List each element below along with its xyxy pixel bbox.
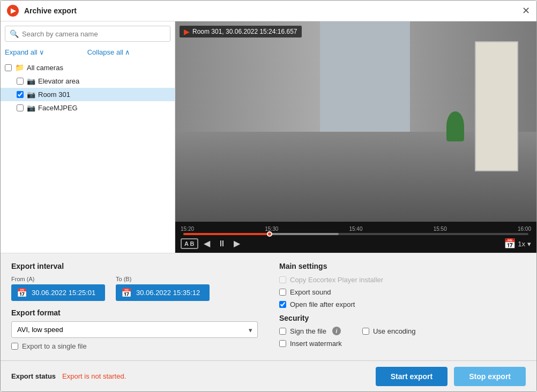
tree-item-elevator[interactable]: 📷 Elevator area (1, 74, 175, 88)
play-pause-button[interactable]: ⏸ (215, 238, 228, 249)
open-after-checkbox[interactable] (279, 301, 286, 308)
scene-plant (446, 111, 465, 141)
export-sound-row: Export sound (279, 288, 526, 296)
export-sound-label: Export sound (290, 288, 331, 296)
video-frame (175, 21, 536, 222)
camera-icon-room301: 📷 (27, 91, 35, 99)
facemjpeg-checkbox[interactable] (17, 104, 24, 111)
to-date-group: To (B) 📅 30.06.2022 15:35:12 (116, 276, 210, 301)
security-row-sign: Sign the file i Use encoding (279, 327, 526, 335)
single-file-label: Export to a single file (22, 342, 87, 350)
open-after-row: Open file after export (279, 300, 526, 308)
controls-row: A B ◀ ⏸ ▶ 📅 1x ▾ (181, 235, 531, 253)
start-export-button[interactable]: Start export (376, 367, 448, 386)
collapse-all-button[interactable]: Collapse all ∧ (87, 48, 130, 56)
collapse-all-label: Collapse all (87, 48, 123, 56)
search-input[interactable] (22, 30, 166, 38)
prev-frame-button[interactable]: ◀ (202, 238, 212, 249)
speed-control: 📅 1x ▾ (504, 238, 531, 250)
settings-left: Export interval From (A) 📅 30.06.2022 15… (11, 262, 258, 352)
speed-label: 1x (518, 240, 525, 248)
timeline-thumb[interactable] (267, 231, 272, 237)
time-label-0: 15:20 (181, 226, 194, 232)
room301-checkbox[interactable] (17, 91, 24, 98)
format-select[interactable]: AVI, low speed AVI, high speed MKV MP4 (11, 321, 258, 338)
close-button[interactable]: ✕ (522, 6, 530, 16)
use-encoding-group: Use encoding (362, 327, 416, 335)
to-calendar-icon: 📅 (121, 288, 132, 298)
export-interval-title: Export interval (11, 262, 258, 270)
calendar-icon[interactable]: 📅 (504, 238, 516, 250)
single-file-checkbox[interactable] (11, 343, 18, 350)
title-bar: ▶ Archive export ✕ (1, 1, 536, 21)
expand-all-label: Expand all (5, 48, 38, 56)
tree-item-room301[interactable]: 📷 Room 301 (1, 88, 175, 101)
timeline-buffered (270, 233, 339, 235)
sign-file-group: Sign the file i (279, 327, 341, 335)
camera-timestamp-label: Room 301, 30.06.2022 15:24:16.657 (192, 28, 297, 35)
export-status-text: Export is not started. (62, 372, 369, 380)
time-label-4: 16:00 (518, 226, 531, 232)
main-area: 🔍 Expand all ∨ Collapse all ∧ � (1, 21, 536, 253)
copy-player-row: Copy Eocortex Player installer (279, 276, 526, 284)
time-label-2: 15:40 (349, 226, 362, 232)
app-icon-symbol: ▶ (11, 7, 16, 14)
all-cameras-label: All cameras (27, 64, 63, 72)
expand-chevron-icon: ∨ (39, 48, 44, 56)
stop-export-button[interactable]: Stop export (454, 367, 526, 386)
status-bar: Export status Export is not started. Sta… (1, 360, 536, 391)
folder-icon: 📁 (15, 63, 24, 72)
elevator-label: Elevator area (38, 77, 79, 85)
security-title: Security (279, 314, 526, 322)
time-label-1: 15:30 (265, 226, 278, 232)
sign-file-info-icon[interactable]: i (332, 327, 341, 335)
copy-player-label: Copy Eocortex Player installer (290, 276, 383, 284)
from-calendar-icon: 📅 (17, 288, 27, 298)
timeline-progress (183, 233, 270, 235)
camera-icon-facemjpeg: 📷 (27, 104, 35, 112)
archive-export-window: ▶ Archive export ✕ 🔍 Expand all ∨ Collap… (0, 0, 537, 392)
bottom-area: Export interval From (A) 📅 30.06.2022 15… (1, 253, 536, 360)
video-controls: 15:20 15:30 15:40 15:50 16:00 A B ◀ ⏸ (175, 222, 536, 253)
tree-item-facemjpeg[interactable]: 📷 FaceMJPEG (1, 101, 175, 115)
watermark-label: Insert watermark (290, 340, 342, 348)
export-status-label: Export status (11, 372, 56, 380)
from-date-value: 30.06.2022 15:25:01 (32, 289, 95, 297)
export-sound-checkbox[interactable] (279, 289, 286, 296)
watermark-row: Insert watermark (279, 340, 526, 348)
expand-collapse-row: Expand all ∨ Collapse all ∧ (1, 46, 175, 61)
to-date-input[interactable]: 📅 30.06.2022 15:35:12 (116, 284, 210, 301)
expand-all-button[interactable]: Expand all ∨ (5, 48, 44, 56)
scene-door (475, 41, 518, 171)
facemjpeg-label: FaceMJPEG (38, 104, 78, 112)
timeline-track[interactable] (183, 233, 528, 235)
watermark-checkbox[interactable] (279, 340, 286, 347)
search-box: 🔍 (5, 26, 170, 42)
camera-icon-elevator: 📷 (27, 77, 35, 85)
to-label: To (B) (116, 276, 210, 282)
time-label-3: 15:50 (434, 226, 447, 232)
use-encoding-checkbox[interactable] (362, 328, 369, 335)
from-date-input[interactable]: 📅 30.06.2022 15:25:01 (11, 284, 105, 301)
sign-file-checkbox[interactable] (279, 328, 286, 335)
speed-chevron-icon[interactable]: ▾ (527, 240, 531, 248)
format-section: Export format AVI, low speed AVI, high s… (11, 308, 258, 350)
next-frame-button[interactable]: ▶ (232, 238, 242, 249)
elevator-checkbox[interactable] (17, 78, 24, 85)
left-panel: 🔍 Expand all ∨ Collapse all ∧ � (1, 21, 175, 253)
tree-item-all-cameras[interactable]: 📁 All cameras (1, 61, 175, 74)
copy-player-checkbox (279, 276, 286, 283)
format-select-wrapper: AVI, low speed AVI, high speed MKV MP4 (11, 321, 258, 338)
use-encoding-label: Use encoding (373, 327, 416, 335)
to-date-value: 30.06.2022 15:35:12 (136, 289, 200, 297)
from-date-group: From (A) 📅 30.06.2022 15:25:01 (11, 276, 105, 301)
scene (175, 21, 536, 222)
ab-button[interactable]: A B (181, 238, 198, 249)
search-icon: 🔍 (10, 29, 19, 38)
collapse-chevron-icon: ∧ (125, 48, 130, 56)
single-file-row: Export to a single file (11, 342, 258, 350)
all-cameras-checkbox[interactable] (5, 64, 12, 71)
sign-file-label: Sign the file (290, 327, 326, 335)
timeline-labels: 15:20 15:30 15:40 15:50 16:00 (181, 225, 531, 233)
app-icon: ▶ (7, 5, 19, 17)
